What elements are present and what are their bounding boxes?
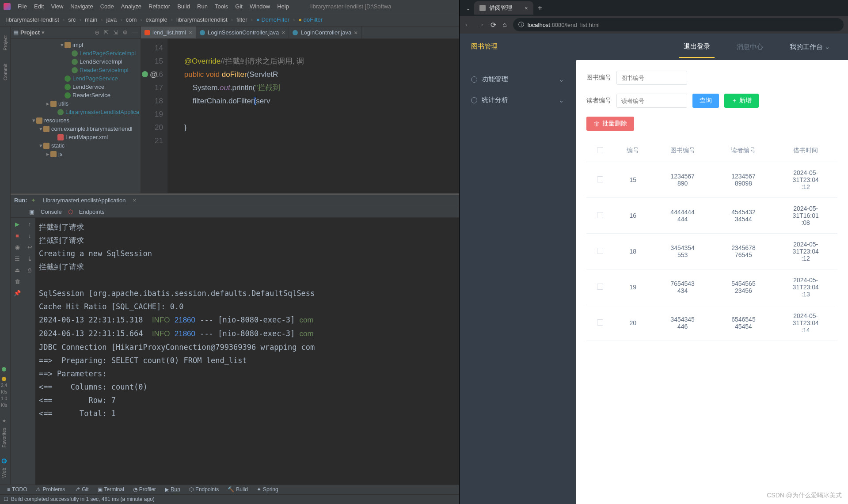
tree-node[interactable]: ReaderServiceImpl <box>11 66 141 74</box>
run-config-tab[interactable]: LibrarymasterLendlistApplication <box>39 196 129 205</box>
stop-icon[interactable]: ■ <box>14 232 21 239</box>
web-tab[interactable]: Web <box>1 468 7 477</box>
tree-node[interactable]: LibrarymasterLendlistApplica <box>11 108 141 116</box>
editor-tab[interactable]: LoginSessionController.java× <box>196 27 289 38</box>
scroll-icon[interactable]: ⤓ <box>26 255 33 262</box>
pin-icon[interactable]: 📌 <box>14 289 21 296</box>
web-icon[interactable]: 🌐 <box>1 459 7 463</box>
project-tool-tab[interactable]: Project <box>3 35 8 50</box>
reader-id-input[interactable] <box>616 94 687 108</box>
sidebar-item-stats[interactable]: 统计分析 ⌄ <box>467 90 569 110</box>
table-row[interactable]: 2034543454466546545454542024-05-31T23:04… <box>586 305 837 341</box>
tree-node[interactable]: LendPageService <box>11 74 141 83</box>
settings-icon[interactable]: ⚙ <box>122 29 128 36</box>
exit-icon[interactable]: ⏏ <box>14 266 21 273</box>
sidebar-item-func[interactable]: 功能管理 ⌄ <box>467 69 569 90</box>
commit-tool-tab[interactable]: Commit <box>3 64 8 80</box>
menu-view[interactable]: View <box>47 3 67 10</box>
table-row[interactable]: 1644444444444545432345442024-05-31T16:01… <box>586 198 837 234</box>
menu-tools[interactable]: Tools <box>211 3 232 10</box>
forward-icon[interactable]: → <box>477 21 484 29</box>
tree-node[interactable]: LendPageServiceImpl <box>11 49 141 57</box>
status-tab-spring[interactable]: ✦Spring <box>253 486 282 493</box>
project-tree[interactable]: ▾implLendPageServiceImplLendServiceImplR… <box>11 39 141 193</box>
trash-icon[interactable]: 🗑 <box>14 278 21 285</box>
menu-code[interactable]: Code <box>97 3 118 10</box>
camera-icon[interactable]: ◉ <box>14 243 21 250</box>
address-bar[interactable]: ⓘ localhost:8080/lend_list.html <box>513 18 844 31</box>
expand-all-icon[interactable]: ⇱ <box>104 29 109 36</box>
tree-node[interactable]: ▸utils <box>11 99 141 108</box>
table-header[interactable] <box>586 140 614 162</box>
crumb[interactable]: example <box>143 15 170 24</box>
row-checkbox[interactable] <box>597 212 603 218</box>
close-icon[interactable]: × <box>354 29 357 36</box>
status-tab-profiler[interactable]: ◔Profiler <box>129 486 160 493</box>
logout-link[interactable]: 退出登录 <box>679 36 715 58</box>
tree-node[interactable]: ▾com.example.librarymasterlendl <box>11 125 141 133</box>
rerun-icon[interactable]: ▶ <box>14 220 21 227</box>
add-button[interactable]: ＋ 新增 <box>724 94 759 108</box>
new-tab-icon[interactable]: + <box>538 4 543 13</box>
tree-node[interactable]: LendServiceImpl <box>11 57 141 66</box>
msg-center-link[interactable]: 消息中心 <box>732 37 768 57</box>
crumb[interactable]: ● doFilter <box>296 15 325 24</box>
tree-icon[interactable]: ☰ <box>14 255 21 262</box>
book-mgmt-tab[interactable]: 图书管理 <box>471 42 498 51</box>
tree-node[interactable]: LendService <box>11 83 141 91</box>
menu-help[interactable]: Help <box>274 3 293 10</box>
tree-node[interactable]: ▸js <box>11 150 141 158</box>
close-icon[interactable]: × <box>133 197 136 204</box>
crumb[interactable]: filter <box>234 15 250 24</box>
status-tab-run[interactable]: ▶Run <box>161 486 184 493</box>
tab-list-icon[interactable]: ⌄ <box>466 5 471 11</box>
row-checkbox[interactable] <box>597 319 603 326</box>
menu-edit[interactable]: Edit <box>30 3 47 10</box>
tree-node[interactable]: ▾impl <box>11 41 141 49</box>
crumb[interactable]: librarymasterlendlist <box>174 15 230 24</box>
collapse-all-icon[interactable]: ⇲ <box>113 29 118 36</box>
crumb[interactable]: com <box>123 15 140 24</box>
editor-tab[interactable]: lend_list.html× <box>141 27 196 38</box>
back-icon[interactable]: ← <box>464 21 471 29</box>
menu-analyze[interactable]: Analyze <box>118 3 145 10</box>
row-checkbox[interactable] <box>597 176 603 182</box>
table-row[interactable]: 1512345678901234567890982024-05-31T23:04… <box>586 162 837 198</box>
status-tab-terminal[interactable]: ▣Terminal <box>94 486 128 493</box>
crumb[interactable]: librarymaster-lendlist <box>4 15 62 24</box>
menu-git[interactable]: Git <box>232 3 246 10</box>
browser-tab[interactable]: 借阅管理 × <box>474 1 533 15</box>
menu-refactor[interactable]: Refactor <box>145 3 174 10</box>
workspace-link[interactable]: 我的工作台 ⌄ <box>785 37 835 57</box>
endpoints-tab[interactable]: Endpoints <box>79 208 105 215</box>
select-open-file-icon[interactable]: ⊕ <box>95 29 99 36</box>
up-icon[interactable]: ↑ <box>26 220 33 227</box>
book-id-input[interactable] <box>616 71 687 85</box>
crumb[interactable]: src <box>65 15 78 24</box>
menu-run[interactable]: Run <box>194 3 211 10</box>
search-button[interactable]: 查询 <box>692 94 719 108</box>
status-tab-endpoints[interactable]: ⬡Endpoints <box>186 486 222 493</box>
tab-close-icon[interactable]: × <box>525 5 528 11</box>
status-tab-git[interactable]: ⎇Git <box>70 486 92 493</box>
menu-build[interactable]: Build <box>174 3 194 10</box>
table-row[interactable]: 1834543545532345678765452024-05-31T23:04… <box>586 234 837 269</box>
crumb[interactable]: main <box>82 15 100 24</box>
tree-node[interactable]: ReaderService <box>11 91 141 99</box>
status-tab-build[interactable]: 🔨Build <box>224 486 251 493</box>
row-checkbox[interactable] <box>597 248 603 254</box>
site-info-icon[interactable]: ⓘ <box>518 21 524 29</box>
status-tab-problems[interactable]: ⚠Problems <box>32 486 68 493</box>
favorites-tab[interactable]: Favorites <box>1 428 7 447</box>
menu-file[interactable]: File <box>14 3 30 10</box>
row-checkbox[interactable] <box>597 284 603 290</box>
status-tab-todo[interactable]: ≡TODO <box>4 486 30 493</box>
project-label[interactable]: Project <box>20 29 40 36</box>
home-icon[interactable]: ⌂ <box>502 21 507 29</box>
console-tab[interactable]: Console <box>41 208 62 215</box>
tree-node[interactable]: LendMapper.xml <box>11 133 141 141</box>
chevron-down-icon[interactable]: ▾ <box>42 29 45 36</box>
close-icon[interactable]: × <box>189 29 192 36</box>
wrap-icon[interactable]: ↩ <box>26 243 33 250</box>
reload-icon[interactable]: ⟳ <box>491 21 496 29</box>
